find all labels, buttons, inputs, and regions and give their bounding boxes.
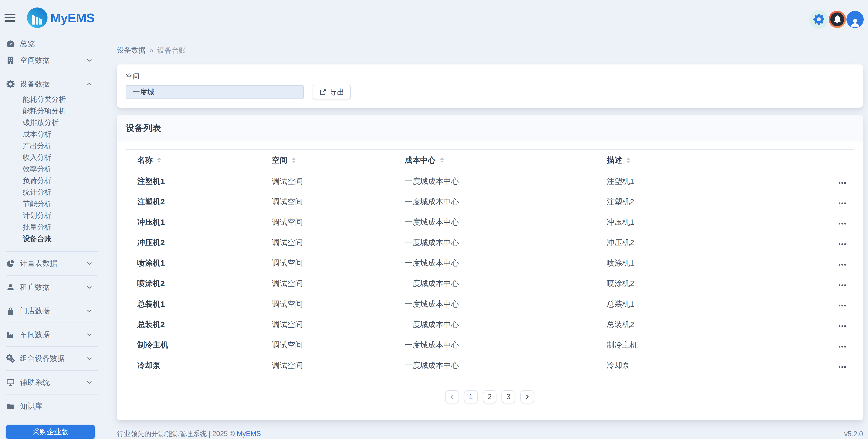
- device-description-cell: 冲压机2: [607, 232, 828, 253]
- device-cost-center-cell: 一度城成本中心: [405, 253, 607, 273]
- sidebar-subitem-energy-item[interactable]: 能耗分项分析: [0, 105, 100, 117]
- sidebar-subitem-output[interactable]: 产出分析: [0, 140, 100, 151]
- sidebar-item-shopfloor-data[interactable]: 车间数据: [0, 327, 100, 343]
- row-actions-button[interactable]: [838, 262, 847, 268]
- sidebar-subitem-energy-category[interactable]: 能耗分类分析: [0, 94, 100, 105]
- column-header-description[interactable]: 描述: [607, 155, 630, 166]
- device-description-cell: 冲压机1: [607, 212, 828, 232]
- sidebar-item-store-data[interactable]: 门店数据: [0, 303, 100, 319]
- device-description-cell: 总装机2: [607, 314, 828, 335]
- sidebar-item-meter-data[interactable]: 计量表数据: [0, 255, 100, 272]
- sidebar-divider: [6, 299, 98, 299]
- sidebar-divider: [6, 323, 98, 323]
- table-row: 总装机2 调试空间 一度城成本中心 总装机2: [126, 314, 854, 335]
- row-actions-button[interactable]: [838, 303, 847, 309]
- breadcrumb-separator: »: [149, 46, 154, 55]
- sidebar-item-tenant-data[interactable]: 租户数据: [0, 279, 100, 296]
- sidebar-item-overview[interactable]: 总览: [0, 35, 100, 52]
- pagination: 1 2 3: [126, 390, 854, 404]
- buy-enterprise-button[interactable]: 采购企业版: [6, 425, 95, 439]
- row-actions-button[interactable]: [838, 200, 847, 206]
- row-actions-button[interactable]: [838, 364, 847, 370]
- device-description-cell: 制冷主机: [607, 335, 828, 355]
- chevron-down-icon: [86, 332, 92, 338]
- device-space-cell: 调试空间: [272, 212, 405, 232]
- sidebar-subitem-efficiency[interactable]: 效率分析: [0, 163, 100, 175]
- sidebar-item-knowledge-base[interactable]: 知识库: [0, 398, 100, 414]
- settings-gear-icon[interactable]: [809, 10, 828, 29]
- column-header-cost-center[interactable]: 成本中心: [405, 155, 444, 166]
- sidebar-item-combined-equipment-data[interactable]: 组合设备数据: [0, 350, 100, 367]
- pagination-page-3[interactable]: 3: [501, 390, 515, 404]
- row-actions-button[interactable]: [838, 323, 847, 329]
- chevron-down-icon: [86, 379, 92, 385]
- breadcrumb-device-data[interactable]: 设备数据: [117, 45, 146, 55]
- pagination-prev-button[interactable]: [445, 390, 459, 404]
- export-button[interactable]: 导出: [313, 85, 351, 99]
- space-label: 空间: [126, 72, 854, 81]
- gears-icon: [6, 354, 15, 363]
- device-space-cell: 调试空间: [272, 294, 405, 314]
- sidebar-item-label: 门店数据: [20, 306, 50, 316]
- sidebar-item-label: 总览: [20, 39, 35, 49]
- pagination-page-1[interactable]: 1: [464, 390, 478, 404]
- chevron-down-icon: [86, 260, 92, 267]
- row-actions-button[interactable]: [838, 343, 847, 349]
- device-table: 名称 空间 成本中心 描述 注塑机1 调试空间 一度城成本中心 注塑机1: [126, 149, 854, 376]
- device-list-header: 设备列表: [117, 115, 863, 141]
- breadcrumb-current: 设备台账: [157, 45, 186, 55]
- pagination-page-2[interactable]: 2: [483, 390, 497, 404]
- device-name-cell: 总装机1: [126, 294, 272, 314]
- hamburger-menu-icon[interactable]: [4, 13, 16, 22]
- notifications-bell-icon[interactable]: [829, 11, 846, 28]
- row-actions-button[interactable]: [838, 180, 847, 186]
- device-description-cell: 注塑机2: [607, 192, 828, 212]
- row-actions-button[interactable]: [838, 241, 847, 247]
- user-icon: [6, 283, 15, 292]
- device-cost-center-cell: 一度城成本中心: [405, 314, 607, 335]
- topbar-icons: [809, 10, 864, 29]
- device-space-cell: 调试空间: [272, 314, 405, 335]
- building-icon: [6, 56, 15, 65]
- sidebar-subitem-carbon[interactable]: 碳排放分析: [0, 117, 100, 128]
- table-row: 制冷主机 调试空间 一度城成本中心 制冷主机: [126, 335, 854, 355]
- row-actions-button[interactable]: [838, 282, 847, 288]
- page-footer: 行业领先的开源能源管理系统 | 2025 © MyEMS v5.2.0: [117, 429, 863, 439]
- sort-icon: [157, 158, 161, 163]
- sidebar-item-device-data[interactable]: 设备数据: [0, 76, 100, 92]
- space-input[interactable]: [126, 85, 304, 99]
- device-description-cell: 总装机1: [607, 294, 828, 314]
- sidebar-subitem-load[interactable]: 负荷分析: [0, 175, 100, 187]
- footer-left: 行业领先的开源能源管理系统 | 2025 © MyEMS: [117, 429, 261, 439]
- column-header-space[interactable]: 空间: [272, 155, 296, 166]
- sidebar-subitem-plan[interactable]: 计划分析: [0, 210, 100, 221]
- footer-brand-link[interactable]: MyEMS: [237, 430, 261, 437]
- column-header-name[interactable]: 名称: [137, 155, 161, 166]
- brand-name: MyEMS: [51, 10, 94, 25]
- device-name-cell: 冲压机2: [126, 232, 272, 253]
- sidebar-subitem-income[interactable]: 收入分析: [0, 151, 100, 163]
- device-space-cell: 调试空间: [272, 253, 405, 273]
- brand-row: MyEMS: [0, 0, 100, 35]
- sidebar-subitem-statistics[interactable]: 统计分析: [0, 187, 100, 198]
- sidebar-subitem-device-ledger[interactable]: 设备台账: [0, 233, 100, 244]
- sidebar-divider: [6, 72, 98, 72]
- bell-inner-circle: [830, 12, 844, 26]
- sidebar-item-space-data[interactable]: 空间数据: [0, 52, 100, 69]
- sidebar-item-label: 租户数据: [20, 282, 50, 292]
- user-avatar-icon[interactable]: [846, 11, 864, 28]
- row-actions-button[interactable]: [838, 221, 847, 227]
- sidebar-divider: [6, 346, 98, 347]
- gear-icon: [6, 80, 15, 89]
- device-space-cell: 调试空间: [272, 335, 405, 355]
- sidebar-subitem-cost[interactable]: 成本分析: [0, 129, 100, 140]
- pagination-next-button[interactable]: [520, 390, 534, 404]
- sidebar-subitem-saving[interactable]: 节能分析: [0, 198, 100, 210]
- device-cost-center-cell: 一度城成本中心: [405, 294, 607, 314]
- sidebar-item-auxiliary-system[interactable]: 辅助系统: [0, 374, 100, 391]
- brand-logo[interactable]: MyEMS: [27, 7, 94, 28]
- sidebar-item-label: 组合设备数据: [20, 353, 65, 364]
- table-row: 注塑机2 调试空间 一度城成本中心 注塑机2: [126, 192, 854, 212]
- sidebar-subitem-batch[interactable]: 批量分析: [0, 221, 100, 233]
- table-row: 冲压机2 调试空间 一度城成本中心 冲压机2: [126, 232, 854, 253]
